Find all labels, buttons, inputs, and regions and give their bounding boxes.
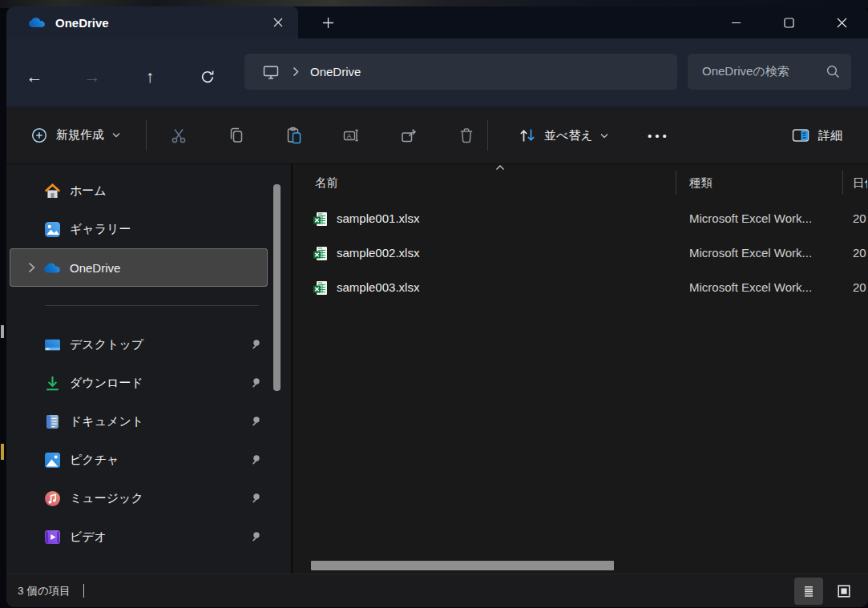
sidebar-item-gallery[interactable]: ギャラリー bbox=[10, 210, 268, 248]
file-row[interactable]: sample003.xlsx Microsoft Excel Work... 2… bbox=[293, 272, 868, 306]
status-separator bbox=[83, 584, 85, 598]
up-button[interactable]: ↑ bbox=[136, 65, 164, 89]
minimize-button[interactable] bbox=[709, 6, 762, 38]
column-separator[interactable] bbox=[676, 171, 676, 195]
breadcrumb-path[interactable]: OneDrive bbox=[310, 65, 361, 79]
sidebar-item-label: ミュージック bbox=[70, 491, 268, 506]
search-icon[interactable] bbox=[826, 64, 841, 79]
new-button[interactable]: 新規作成 bbox=[22, 120, 128, 151]
chevron-right-icon[interactable] bbox=[19, 262, 43, 273]
back-button[interactable]: ← bbox=[21, 65, 48, 89]
sort-ascending-icon bbox=[495, 165, 505, 171]
paste-button[interactable] bbox=[278, 119, 310, 151]
sidebar-item-desktop[interactable]: デスクトップ bbox=[10, 325, 268, 364]
background-fragment bbox=[1, 325, 4, 338]
home-icon bbox=[43, 182, 61, 199]
column-header-row: 名前 種類 日付 bbox=[293, 164, 868, 200]
videos-icon bbox=[43, 528, 61, 546]
sidebar-item-onedrive[interactable]: OneDrive bbox=[10, 248, 268, 287]
tab-close-icon[interactable] bbox=[268, 12, 289, 33]
sidebar-item-label: ドキュメント bbox=[70, 414, 268, 429]
file-name: sample003.xlsx bbox=[337, 280, 419, 294]
file-row[interactable]: sample002.xlsx Microsoft Excel Work... 2… bbox=[293, 237, 868, 272]
music-icon bbox=[43, 489, 61, 507]
desktop-screen: OneDrive ← → bbox=[0, 0, 868, 608]
details-view-button[interactable] bbox=[794, 578, 823, 605]
sidebar-item-label: OneDrive bbox=[70, 261, 268, 275]
tab-title: OneDrive bbox=[55, 16, 268, 30]
view-toggle-group bbox=[794, 578, 858, 605]
chevron-down-icon bbox=[112, 132, 120, 138]
sort-button[interactable]: 並べ替え bbox=[511, 119, 615, 151]
cut-button[interactable] bbox=[163, 119, 195, 151]
thumbnail-view-button[interactable] bbox=[830, 578, 858, 605]
share-button[interactable] bbox=[393, 119, 425, 151]
copy-button[interactable] bbox=[220, 119, 252, 151]
excel-file-icon bbox=[313, 280, 329, 296]
sidebar-item-label: ホーム bbox=[70, 183, 268, 199]
excel-file-icon bbox=[313, 246, 329, 262]
search-box[interactable]: OneDriveの検索 bbox=[688, 54, 851, 90]
sidebar-item-label: ギャラリー bbox=[70, 222, 268, 237]
chevron-down-icon bbox=[600, 133, 608, 139]
tab-bar: OneDrive bbox=[6, 6, 868, 38]
pictures-icon bbox=[43, 451, 61, 469]
breadcrumb-chevron-icon bbox=[293, 66, 299, 77]
delete-button[interactable] bbox=[450, 119, 482, 151]
sidebar-item-label: ダウンロード bbox=[70, 376, 268, 391]
sidebar-item-downloads[interactable]: ダウンロード bbox=[10, 364, 268, 402]
command-toolbar: 新規作成 A bbox=[6, 107, 868, 164]
horizontal-scrollbar[interactable] bbox=[311, 561, 614, 570]
excel-file-icon bbox=[313, 211, 329, 227]
toolbar-divider bbox=[146, 120, 147, 151]
sidebar-item-music[interactable]: ミュージック bbox=[10, 479, 268, 517]
rename-button[interactable]: A bbox=[335, 119, 367, 151]
column-separator[interactable] bbox=[842, 171, 843, 195]
column-header-name[interactable]: 名前 bbox=[315, 175, 338, 191]
pin-icon bbox=[248, 453, 261, 466]
toolbar-divider bbox=[487, 120, 488, 151]
search-input[interactable]: OneDriveの検索 bbox=[702, 64, 797, 79]
sidebar-item-home[interactable]: ホーム bbox=[10, 171, 268, 210]
downloads-icon bbox=[43, 374, 61, 392]
onedrive-cloud-icon bbox=[28, 17, 46, 28]
column-header-type[interactable]: 種類 bbox=[689, 175, 713, 191]
explorer-tab-onedrive[interactable]: OneDrive bbox=[6, 6, 298, 38]
more-options-button[interactable]: ••• bbox=[643, 119, 675, 151]
sort-button-label: 並べ替え bbox=[544, 128, 593, 143]
navigation-bar: ← → ↑ OneDrive OneDriveの検索 bbox=[6, 38, 868, 107]
window-controls bbox=[709, 6, 868, 38]
file-rows: sample001.xlsx Microsoft Excel Work... 2… bbox=[293, 203, 868, 306]
column-header-date[interactable]: 日付 bbox=[853, 175, 867, 191]
sidebar-divider bbox=[45, 305, 259, 306]
file-date: 20 bbox=[853, 246, 867, 260]
sort-arrows-icon bbox=[518, 127, 537, 144]
onedrive-cloud-icon bbox=[43, 259, 61, 276]
this-pc-icon[interactable] bbox=[262, 64, 280, 80]
new-button-label: 新規作成 bbox=[56, 127, 104, 143]
gallery-icon bbox=[43, 220, 61, 238]
sidebar-scrollbar[interactable] bbox=[273, 184, 281, 391]
file-type: Microsoft Excel Work... bbox=[689, 280, 812, 294]
navigation-sidebar: ホーム ギャラリー OneDrive bbox=[6, 164, 293, 574]
sidebar-item-documents[interactable]: ドキュメント bbox=[10, 402, 268, 441]
sidebar-item-pictures[interactable]: ピクチャ bbox=[10, 441, 268, 479]
details-pane-icon bbox=[791, 127, 810, 144]
maximize-button[interactable] bbox=[762, 6, 815, 38]
file-name: sample002.xlsx bbox=[337, 246, 419, 260]
pin-icon bbox=[248, 338, 261, 351]
address-bar[interactable]: OneDrive bbox=[244, 54, 677, 90]
file-explorer-window: OneDrive ← → bbox=[6, 6, 868, 607]
new-tab-button[interactable] bbox=[314, 9, 341, 36]
close-button[interactable] bbox=[815, 6, 868, 38]
sidebar-item-videos[interactable]: ビデオ bbox=[10, 517, 268, 556]
pin-icon bbox=[248, 492, 261, 505]
sidebar-item-label: デスクトップ bbox=[70, 337, 268, 352]
refresh-button[interactable] bbox=[194, 65, 221, 89]
file-date: 20 bbox=[853, 211, 867, 225]
background-fragment bbox=[1, 444, 4, 460]
forward-button[interactable]: → bbox=[79, 65, 106, 89]
content-area: ホーム ギャラリー OneDrive bbox=[6, 164, 868, 574]
details-pane-button[interactable]: 詳細 bbox=[786, 119, 847, 151]
file-row[interactable]: sample001.xlsx Microsoft Excel Work... 2… bbox=[293, 203, 868, 237]
